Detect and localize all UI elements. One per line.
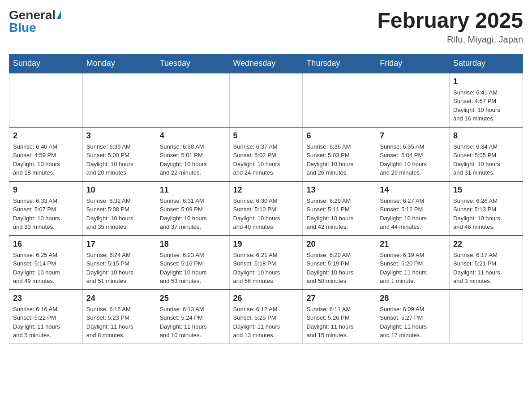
day-number: 22 <box>453 240 519 249</box>
logo-general-text: General <box>9 9 56 21</box>
calendar-cell <box>229 73 303 127</box>
day-info: Sunrise: 6:38 AM Sunset: 5:01 PM Dayligh… <box>160 142 226 177</box>
day-number: 18 <box>160 240 226 249</box>
day-info: Sunrise: 6:17 AM Sunset: 5:21 PM Dayligh… <box>453 251 519 286</box>
day-info: Sunrise: 6:34 AM Sunset: 5:05 PM Dayligh… <box>453 142 519 177</box>
day-header-wednesday: Wednesday <box>229 54 303 73</box>
day-number: 7 <box>380 131 446 141</box>
calendar-cell: 9Sunrise: 6:33 AM Sunset: 5:07 PM Daylig… <box>9 181 83 235</box>
day-number: 27 <box>306 294 372 303</box>
day-number: 12 <box>233 185 299 195</box>
day-info: Sunrise: 6:23 AM Sunset: 5:16 PM Dayligh… <box>160 251 226 286</box>
day-number: 4 <box>160 131 226 141</box>
day-info: Sunrise: 6:39 AM Sunset: 5:00 PM Dayligh… <box>86 142 152 177</box>
day-number: 21 <box>380 240 446 249</box>
logo-triangle-icon <box>56 11 61 19</box>
calendar-cell: 18Sunrise: 6:23 AM Sunset: 5:16 PM Dayli… <box>156 235 229 290</box>
day-info: Sunrise: 6:35 AM Sunset: 5:04 PM Dayligh… <box>380 142 446 177</box>
day-number: 28 <box>380 294 446 303</box>
calendar-cell: 10Sunrise: 6:32 AM Sunset: 5:08 PM Dayli… <box>82 181 156 235</box>
day-number: 23 <box>13 294 79 303</box>
day-info: Sunrise: 6:20 AM Sunset: 5:19 PM Dayligh… <box>306 251 372 286</box>
calendar-cell: 5Sunrise: 6:37 AM Sunset: 5:02 PM Daylig… <box>229 127 303 181</box>
day-info: Sunrise: 6:40 AM Sunset: 4:59 PM Dayligh… <box>13 142 79 177</box>
calendar-cell <box>376 73 450 127</box>
calendar-cell: 14Sunrise: 6:27 AM Sunset: 5:12 PM Dayli… <box>376 181 450 235</box>
day-number: 6 <box>306 131 372 141</box>
calendar-cell: 6Sunrise: 6:36 AM Sunset: 5:03 PM Daylig… <box>303 127 376 181</box>
day-info: Sunrise: 6:19 AM Sunset: 5:20 PM Dayligh… <box>380 251 446 286</box>
day-header-saturday: Saturday <box>450 54 523 73</box>
day-info: Sunrise: 6:27 AM Sunset: 5:12 PM Dayligh… <box>380 197 446 231</box>
calendar-cell: 3Sunrise: 6:39 AM Sunset: 5:00 PM Daylig… <box>82 127 156 181</box>
day-header-friday: Friday <box>376 54 450 73</box>
day-info: Sunrise: 6:30 AM Sunset: 5:10 PM Dayligh… <box>233 197 299 231</box>
calendar-week-2: 2Sunrise: 6:40 AM Sunset: 4:59 PM Daylig… <box>9 127 523 181</box>
day-number: 16 <box>13 240 79 249</box>
day-number: 13 <box>306 185 372 195</box>
calendar-cell <box>82 73 156 127</box>
day-number: 1 <box>453 77 519 86</box>
day-number: 11 <box>160 185 226 195</box>
day-info: Sunrise: 6:25 AM Sunset: 5:14 PM Dayligh… <box>13 251 79 286</box>
day-info: Sunrise: 6:24 AM Sunset: 5:15 PM Dayligh… <box>86 251 152 286</box>
day-info: Sunrise: 6:41 AM Sunset: 4:57 PM Dayligh… <box>453 88 519 123</box>
day-header-thursday: Thursday <box>303 54 376 73</box>
day-info: Sunrise: 6:13 AM Sunset: 5:24 PM Dayligh… <box>160 305 226 340</box>
day-number: 9 <box>13 185 79 195</box>
calendar-cell: 13Sunrise: 6:29 AM Sunset: 5:11 PM Dayli… <box>303 181 376 235</box>
calendar-week-1: 1Sunrise: 6:41 AM Sunset: 4:57 PM Daylig… <box>9 73 523 127</box>
day-header-monday: Monday <box>82 54 156 73</box>
calendar-cell: 7Sunrise: 6:35 AM Sunset: 5:04 PM Daylig… <box>376 127 450 181</box>
day-info: Sunrise: 6:26 AM Sunset: 5:13 PM Dayligh… <box>453 197 519 231</box>
calendar-cell: 4Sunrise: 6:38 AM Sunset: 5:01 PM Daylig… <box>156 127 229 181</box>
calendar-week-5: 23Sunrise: 6:16 AM Sunset: 5:22 PM Dayli… <box>9 290 523 344</box>
day-info: Sunrise: 6:12 AM Sunset: 5:25 PM Dayligh… <box>233 305 299 340</box>
calendar-cell: 15Sunrise: 6:26 AM Sunset: 5:13 PM Dayli… <box>450 181 523 235</box>
calendar-cell <box>156 73 229 127</box>
logo: General Blue <box>9 9 61 34</box>
calendar-cell: 8Sunrise: 6:34 AM Sunset: 5:05 PM Daylig… <box>450 127 523 181</box>
day-number: 8 <box>453 131 519 141</box>
calendar-header: SundayMondayTuesdayWednesdayThursdayFrid… <box>9 54 523 73</box>
calendar-cell <box>303 73 376 127</box>
day-number: 5 <box>233 131 299 141</box>
day-info: Sunrise: 6:11 AM Sunset: 5:26 PM Dayligh… <box>306 305 372 340</box>
calendar-cell: 19Sunrise: 6:21 AM Sunset: 5:18 PM Dayli… <box>229 235 303 290</box>
calendar-cell: 17Sunrise: 6:24 AM Sunset: 5:15 PM Dayli… <box>82 235 156 290</box>
day-number: 3 <box>86 131 152 141</box>
day-info: Sunrise: 6:21 AM Sunset: 5:18 PM Dayligh… <box>233 251 299 286</box>
day-info: Sunrise: 6:36 AM Sunset: 5:03 PM Dayligh… <box>306 142 372 177</box>
day-header-sunday: Sunday <box>9 54 83 73</box>
location: Rifu, Miyagi, Japan <box>377 34 523 45</box>
logo-blue-text: Blue <box>9 21 36 34</box>
calendar-cell: 1Sunrise: 6:41 AM Sunset: 4:57 PM Daylig… <box>450 73 523 127</box>
calendar-cell <box>9 73 83 127</box>
day-number: 15 <box>453 185 519 195</box>
calendar-cell: 25Sunrise: 6:13 AM Sunset: 5:24 PM Dayli… <box>156 290 229 344</box>
calendar-week-3: 9Sunrise: 6:33 AM Sunset: 5:07 PM Daylig… <box>9 181 523 235</box>
calendar-cell: 24Sunrise: 6:15 AM Sunset: 5:23 PM Dayli… <box>82 290 156 344</box>
day-number: 17 <box>86 240 152 249</box>
calendar-cell: 28Sunrise: 6:09 AM Sunset: 5:27 PM Dayli… <box>376 290 450 344</box>
day-number: 20 <box>306 240 372 249</box>
calendar-cell: 12Sunrise: 6:30 AM Sunset: 5:10 PM Dayli… <box>229 181 303 235</box>
day-info: Sunrise: 6:32 AM Sunset: 5:08 PM Dayligh… <box>86 197 152 231</box>
day-number: 10 <box>86 185 152 195</box>
day-header-tuesday: Tuesday <box>156 54 229 73</box>
day-info: Sunrise: 6:33 AM Sunset: 5:07 PM Dayligh… <box>13 197 79 231</box>
day-info: Sunrise: 6:29 AM Sunset: 5:11 PM Dayligh… <box>306 197 372 231</box>
calendar-cell: 26Sunrise: 6:12 AM Sunset: 5:25 PM Dayli… <box>229 290 303 344</box>
day-number: 24 <box>86 294 152 303</box>
day-number: 2 <box>13 131 79 141</box>
month-title: February 2025 <box>377 9 523 33</box>
day-number: 14 <box>380 185 446 195</box>
calendar-cell: 21Sunrise: 6:19 AM Sunset: 5:20 PM Dayli… <box>376 235 450 290</box>
title-area: February 2025 Rifu, Miyagi, Japan <box>377 9 523 45</box>
day-info: Sunrise: 6:37 AM Sunset: 5:02 PM Dayligh… <box>233 142 299 177</box>
calendar: SundayMondayTuesdayWednesdayThursdayFrid… <box>9 54 523 344</box>
day-info: Sunrise: 6:15 AM Sunset: 5:23 PM Dayligh… <box>86 305 152 340</box>
calendar-week-4: 16Sunrise: 6:25 AM Sunset: 5:14 PM Dayli… <box>9 235 523 290</box>
day-info: Sunrise: 6:09 AM Sunset: 5:27 PM Dayligh… <box>380 305 446 340</box>
calendar-cell: 27Sunrise: 6:11 AM Sunset: 5:26 PM Dayli… <box>303 290 376 344</box>
